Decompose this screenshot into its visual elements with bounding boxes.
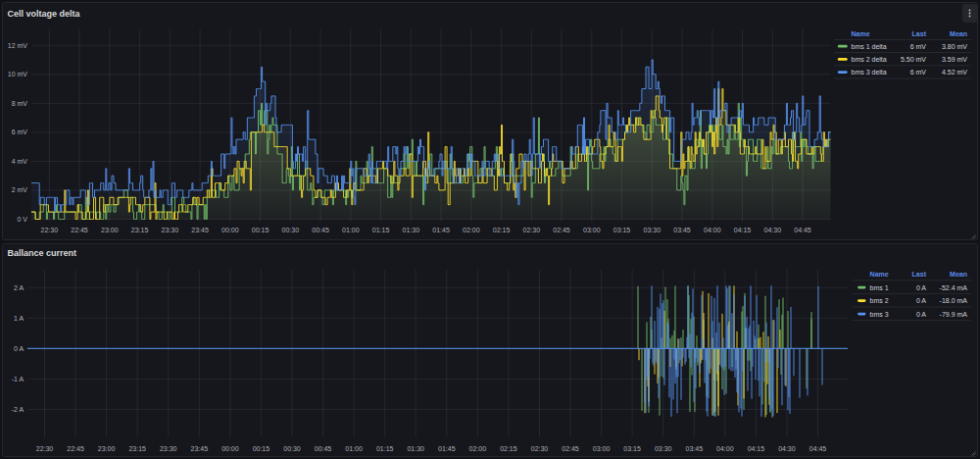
svg-text:00:15: 00:15 <box>252 227 270 233</box>
svg-text:02:00: 02:00 <box>469 445 487 452</box>
svg-text:04:45: 04:45 <box>794 227 811 233</box>
svg-text:04:30: 04:30 <box>778 445 796 452</box>
svg-text:Mean: Mean <box>950 271 967 278</box>
svg-text:23:15: 23:15 <box>131 227 149 233</box>
svg-text:02:30: 02:30 <box>523 227 541 233</box>
svg-text:01:30: 01:30 <box>403 227 420 233</box>
svg-text:bms 3 delta: bms 3 delta <box>852 69 887 76</box>
svg-text:-79.9 mA: -79.9 mA <box>940 311 968 318</box>
svg-text:22:45: 22:45 <box>67 445 84 452</box>
svg-text:-1 A: -1 A <box>12 376 24 382</box>
svg-text:03:00: 03:00 <box>593 445 611 452</box>
svg-text:01:30: 01:30 <box>407 445 424 452</box>
svg-text:03:00: 03:00 <box>583 227 601 233</box>
svg-text:03:30: 03:30 <box>655 445 672 452</box>
svg-text:1 A: 1 A <box>14 315 24 322</box>
svg-text:03:45: 03:45 <box>673 227 691 233</box>
svg-text:02:30: 02:30 <box>531 445 549 452</box>
svg-text:8 mV: 8 mV <box>12 100 28 107</box>
svg-text:00:15: 00:15 <box>253 445 270 452</box>
svg-text:01:00: 01:00 <box>342 227 360 233</box>
svg-text:04:45: 04:45 <box>809 445 827 452</box>
svg-text:0 A: 0 A <box>14 345 24 352</box>
svg-text:01:15: 01:15 <box>376 445 394 452</box>
svg-text:Name: Name <box>852 30 870 37</box>
svg-text:03:45: 03:45 <box>686 445 704 452</box>
svg-text:01:00: 01:00 <box>345 445 363 452</box>
svg-text:0 A: 0 A <box>916 311 926 318</box>
svg-text:22:45: 22:45 <box>71 227 88 233</box>
svg-text:bms 2 delta: bms 2 delta <box>852 56 887 63</box>
svg-text:02:45: 02:45 <box>562 445 579 452</box>
svg-text:Ballance current: Ballance current <box>8 248 77 258</box>
svg-text:10 mV: 10 mV <box>8 71 28 77</box>
svg-text:0 A: 0 A <box>916 284 926 291</box>
svg-text:04:15: 04:15 <box>734 227 752 233</box>
svg-text:01:45: 01:45 <box>432 227 450 233</box>
svg-text:4.52 mV: 4.52 mV <box>942 69 967 76</box>
svg-text:-2 A: -2 A <box>12 406 24 413</box>
svg-text:3.80 mV: 3.80 mV <box>942 43 967 50</box>
svg-text:5.50 mV: 5.50 mV <box>901 56 926 63</box>
svg-text:23:45: 23:45 <box>191 227 209 233</box>
svg-text:23:30: 23:30 <box>160 445 177 452</box>
svg-text:00:45: 00:45 <box>315 445 332 452</box>
svg-text:01:15: 01:15 <box>372 227 390 233</box>
svg-text:22:30: 22:30 <box>36 445 54 452</box>
svg-text:2 mV: 2 mV <box>12 186 28 193</box>
svg-text:22:30: 22:30 <box>41 227 59 233</box>
svg-text:23:15: 23:15 <box>128 445 146 452</box>
svg-text:02:15: 02:15 <box>500 445 517 452</box>
svg-text:00:45: 00:45 <box>312 227 329 233</box>
svg-text:6 mV: 6 mV <box>910 69 927 76</box>
svg-text:Mean: Mean <box>950 30 967 37</box>
svg-text:Name: Name <box>870 271 889 278</box>
svg-text:03:15: 03:15 <box>613 227 631 233</box>
svg-text:02:15: 02:15 <box>493 227 511 233</box>
svg-text:6 mV: 6 mV <box>12 128 28 135</box>
svg-text:-52.4 mA: -52.4 mA <box>940 284 968 291</box>
svg-text:23:45: 23:45 <box>191 445 209 452</box>
svg-text:6 mV: 6 mV <box>910 43 927 50</box>
svg-text:04:30: 04:30 <box>764 227 782 233</box>
svg-text:01:45: 01:45 <box>438 445 456 452</box>
svg-text:04:00: 04:00 <box>716 445 734 452</box>
svg-text:-18.0 mA: -18.0 mA <box>940 297 968 304</box>
svg-text:bms 1 delta: bms 1 delta <box>852 43 887 50</box>
svg-text:02:00: 02:00 <box>463 227 480 233</box>
svg-text:Last: Last <box>912 30 927 37</box>
svg-text:0 A: 0 A <box>916 297 926 304</box>
svg-text:23:00: 23:00 <box>101 227 119 233</box>
svg-text:bms 1: bms 1 <box>870 284 889 291</box>
svg-text:12 mV: 12 mV <box>8 42 28 49</box>
svg-text:03:30: 03:30 <box>644 227 662 233</box>
svg-text:03:15: 03:15 <box>623 445 641 452</box>
svg-text:3.59 mV: 3.59 mV <box>942 56 967 63</box>
svg-text:Cell voltage delta: Cell voltage delta <box>8 9 81 19</box>
svg-text:04:00: 04:00 <box>704 227 721 233</box>
svg-text:bms 2: bms 2 <box>870 297 889 304</box>
svg-text:2 A: 2 A <box>14 284 24 291</box>
svg-text:23:00: 23:00 <box>98 445 116 452</box>
svg-text:0 V: 0 V <box>17 216 27 223</box>
svg-text:00:00: 00:00 <box>221 227 239 233</box>
svg-text:23:30: 23:30 <box>162 227 179 233</box>
svg-text:00:00: 00:00 <box>221 445 239 452</box>
svg-text:Last: Last <box>912 271 927 278</box>
svg-text:00:30: 00:30 <box>283 445 301 452</box>
svg-text:4 mV: 4 mV <box>12 158 28 165</box>
svg-text:bms 3: bms 3 <box>870 311 889 318</box>
svg-text:00:30: 00:30 <box>282 227 300 233</box>
svg-text:04:15: 04:15 <box>748 445 765 452</box>
svg-text:02:45: 02:45 <box>553 227 570 233</box>
